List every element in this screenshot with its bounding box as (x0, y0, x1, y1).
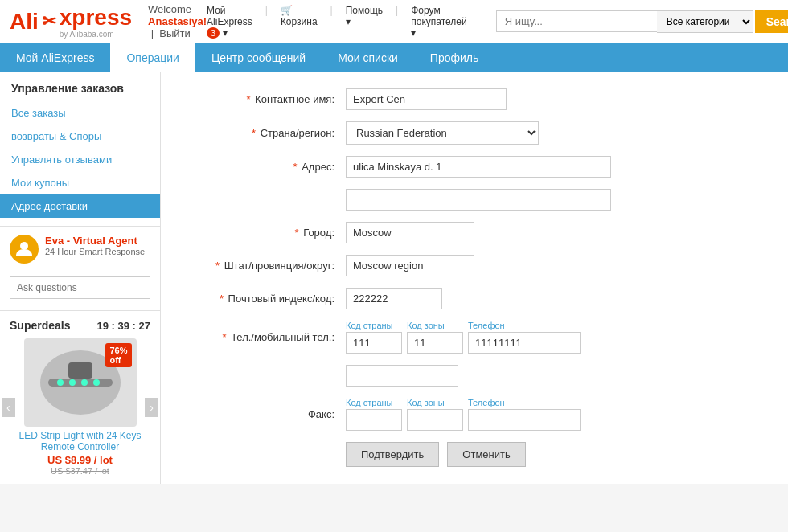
form-row-address: * Адрес: (185, 156, 764, 178)
label-city: * Город: (185, 227, 346, 239)
svg-rect-6 (68, 362, 92, 379)
input-fax-area-code[interactable] (407, 409, 463, 431)
product-price: US $8.99 / lot (10, 454, 150, 466)
help-link[interactable]: Помощь ▾ (346, 5, 383, 39)
sidebar-item-disputes[interactable]: возвраты & Споры (0, 125, 160, 148)
input-fax-country-code[interactable] (346, 409, 402, 431)
label-fax-country-code: Код страны (346, 398, 402, 407)
product-image: 76%off (24, 338, 137, 427)
required-star-city: * (295, 227, 299, 239)
search-category-select[interactable]: Все категории (657, 10, 753, 33)
label-phone-number: Телефон (468, 321, 581, 330)
sidebar-item-address[interactable]: Адрес доставки (0, 194, 160, 218)
top-links: Мой AliExpress 3 ▾ | 🛒 Корзина | Помощь … (207, 5, 467, 39)
superdeals-product: ‹ 76%off (10, 338, 150, 476)
svg-point-4 (81, 379, 88, 386)
label-phone-area-code: Код зоны (407, 321, 463, 330)
sidebar-item-coupons[interactable]: Мои купоны (0, 171, 160, 194)
confirm-button[interactable]: Подтвердить (346, 442, 439, 467)
nav-operations[interactable]: Операции (110, 43, 195, 72)
logo-ali: Ali (10, 9, 39, 35)
search-button[interactable]: Search (755, 10, 788, 33)
sidebar-item-reviews[interactable]: Управлять отзывами (0, 148, 160, 171)
required-star: * (246, 93, 250, 105)
label-phone-country-code: Код страны (346, 321, 402, 330)
logo: Ali ✂ xpress by Alibaba.com (10, 5, 132, 39)
input-phone-country-code[interactable] (346, 332, 402, 354)
action-buttons: Подтвердить Отменить (346, 442, 764, 467)
form-row-state: * Штат/провинция/округ: (185, 255, 764, 276)
agent-avatar (10, 235, 39, 264)
required-star-country: * (252, 127, 256, 139)
input-phone-number[interactable] (468, 332, 581, 354)
welcome-text: Welcome Anastasiya! | Выйти (148, 3, 207, 39)
svg-point-0 (20, 242, 28, 250)
agent-info: Eva - Virtual Agent 24 Hour Smart Respon… (45, 235, 145, 256)
input-zip[interactable] (346, 288, 442, 309)
select-country[interactable]: Russian Federation United States China G… (346, 121, 539, 145)
fax-area-code-group: Код зоны (407, 398, 463, 431)
product-prev-button[interactable]: ‹ (2, 398, 15, 417)
fax-group: Код страны Код зоны Телефон (346, 398, 581, 431)
superdeals-section: Superdeals 19 : 39 : 27 ‹ (0, 310, 160, 484)
nav-my-aliexpress[interactable]: Мой AliExpress (0, 43, 110, 72)
input-city[interactable] (346, 222, 474, 243)
svg-point-2 (57, 379, 64, 386)
logo-express: xpress (60, 5, 132, 30)
label-state: * Штат/провинция/округ: (185, 260, 346, 272)
product-original-price: US $37.47 / lot (10, 466, 150, 476)
input-address2[interactable] (346, 189, 611, 211)
phone-number-group: Телефон (468, 321, 581, 354)
cart-icon: 🛒 (281, 5, 293, 16)
form-row-city: * Город: (185, 222, 764, 243)
my-aliexpress-link[interactable]: Мой AliExpress 3 ▾ (207, 5, 252, 39)
product-title[interactable]: LED Strip Light with 24 Keys Remote Cont… (10, 430, 150, 452)
label-country: * Страна/регион: (185, 127, 346, 139)
input-address1[interactable] (346, 156, 611, 178)
agent-description: 24 Hour Smart Response (45, 247, 145, 256)
logout-link[interactable]: Выйти (159, 27, 191, 39)
sidebar-section-title: Управление заказов (0, 72, 160, 101)
fax-number-group: Телефон (468, 398, 581, 431)
search-bar: Все категории Search (496, 10, 788, 33)
scissors-icon: ✂ (42, 11, 56, 32)
form-row-address2 (185, 189, 764, 211)
main-nav: Мой AliExpress Операции Центр сообщений … (0, 43, 788, 72)
input-phone-area-code[interactable] (407, 332, 463, 354)
input-state[interactable] (346, 255, 474, 276)
required-star-address: * (293, 161, 297, 173)
nav-messages[interactable]: Центр сообщений (195, 43, 322, 72)
nav-profile[interactable]: Профиль (414, 43, 495, 72)
svg-point-3 (69, 379, 76, 386)
required-star-phone: * (222, 331, 226, 343)
cart-link[interactable]: 🛒 Корзина (281, 5, 318, 39)
input-phone-extra[interactable] (346, 365, 458, 387)
label-contact-name: * Контактное имя: (185, 93, 346, 105)
sidebar-item-all-orders[interactable]: Все заказы (0, 101, 160, 125)
nav-my-lists[interactable]: Мои списки (322, 43, 414, 72)
logo-by: by Alibaba.com (60, 31, 132, 39)
product-next-button[interactable]: › (145, 398, 158, 417)
label-address: * Адрес: (185, 161, 346, 173)
agent-name: Eva - Virtual Agent (45, 235, 145, 247)
phone-area-code-group: Код зоны (407, 321, 463, 354)
cancel-button[interactable]: Отменить (447, 442, 525, 467)
form-row-fax: Факс: Код страны Код зоны Телефон (185, 398, 764, 431)
superdeals-header: Superdeals 19 : 39 : 27 (10, 319, 150, 332)
discount-badge: 76%off (105, 343, 131, 367)
label-fax-number: Телефон (468, 398, 581, 407)
label-zip: * Почтовый индекс/код: (185, 293, 346, 305)
input-fax-number[interactable] (468, 409, 581, 431)
input-contact-name[interactable] (346, 88, 507, 110)
search-input[interactable] (496, 10, 657, 32)
main-form-area: * Контактное имя: * Страна/регион: Russi… (161, 72, 788, 484)
top-header: Ali ✂ xpress by Alibaba.com Welcome Anas… (0, 0, 788, 43)
ask-questions-input[interactable] (10, 276, 150, 299)
phone-group: Код страны Код зоны Телефон (346, 321, 581, 354)
forum-link[interactable]: Форум покупателей ▾ (411, 5, 466, 39)
username: Anastasiya! (148, 15, 207, 27)
form-row-phone: * Тел./мобильный тел.: Код страны Код зо… (185, 321, 764, 354)
form-row-contact-name: * Контактное имя: (185, 88, 764, 110)
svg-point-5 (93, 379, 100, 386)
cart-badge: 3 (207, 27, 220, 39)
